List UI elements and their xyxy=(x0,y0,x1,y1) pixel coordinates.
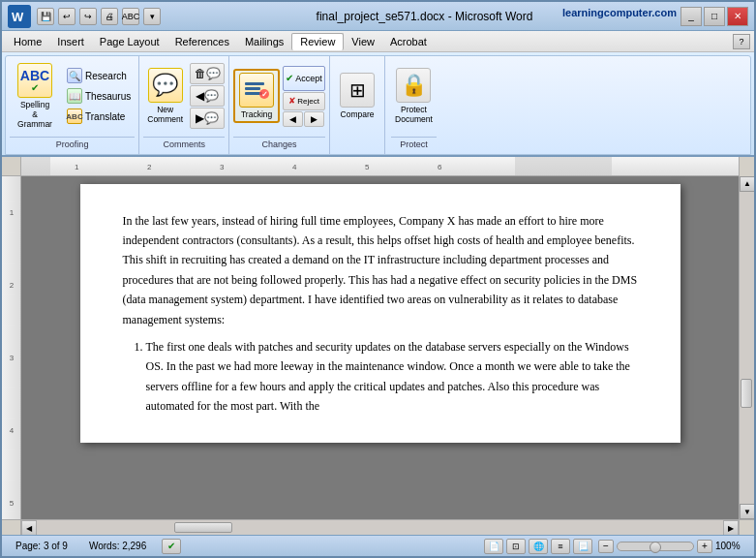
new-comment-button[interactable]: 💬 NewComment xyxy=(143,66,187,126)
quick-access-toolbar: 💾 ↩ ↪ 🖨 ABC ▾ xyxy=(37,8,161,25)
accept-button[interactable]: ✔ Accept xyxy=(283,66,325,91)
scroll-track-v[interactable] xyxy=(740,192,754,504)
reject-button[interactable]: ✘ Reject xyxy=(283,92,325,110)
svg-text:✓: ✓ xyxy=(261,90,268,99)
scroll-down-button[interactable]: ▼ xyxy=(740,504,754,519)
svg-text:3: 3 xyxy=(220,163,225,171)
help-button[interactable]: ? xyxy=(733,34,750,49)
abc-text: ABC xyxy=(20,69,49,82)
svg-text:2: 2 xyxy=(147,163,152,171)
document-page[interactable]: In the last few years, instead of hiring… xyxy=(80,184,680,444)
svg-text:W: W xyxy=(12,10,24,24)
spelling-grammar-button[interactable]: ABC ✔ Spelling &Grammar xyxy=(10,58,60,135)
web-layout-view-button[interactable]: 🌐 xyxy=(529,539,548,554)
menu-insert[interactable]: Insert xyxy=(49,34,92,49)
tracking-label: Tracking xyxy=(241,109,272,119)
ruler-vertical: 1 2 3 4 5 xyxy=(2,176,21,519)
print-icon[interactable]: 🖨 xyxy=(101,8,118,25)
prev-comment-button[interactable]: ◀💬 xyxy=(190,85,225,107)
translate-button[interactable]: ABC Translate xyxy=(63,107,135,126)
word-count[interactable]: Words: 2,296 xyxy=(83,540,152,552)
reject-icon: ✘ xyxy=(288,96,296,106)
next-comment-button[interactable]: ▶💬 xyxy=(190,108,225,129)
scroll-thumb-v[interactable] xyxy=(741,379,752,408)
protect-group-label: Protect xyxy=(391,137,437,152)
research-icon: 🔍 xyxy=(67,68,82,83)
ruler-row: 1 2 3 4 5 6 xyxy=(2,157,754,176)
scrollbar-horizontal: ◀ ▶ xyxy=(2,519,754,535)
menu-mailings[interactable]: Mailings xyxy=(237,34,291,49)
research-button[interactable]: 🔍 Research xyxy=(63,66,135,85)
ribbon-group-compare: ⊞ Compare xyxy=(330,56,385,154)
ribbon-group-protect: 🔒 ProtectDocument Protect xyxy=(385,56,442,154)
delete-comment-button[interactable]: 🗑💬 xyxy=(190,63,225,84)
zoom-in-button[interactable]: + xyxy=(697,540,712,553)
full-screen-view-button[interactable]: ⊡ xyxy=(506,539,526,554)
reject-label: Reject xyxy=(297,97,319,106)
menu-home[interactable]: Home xyxy=(6,34,49,49)
draft-view-button[interactable]: 📃 xyxy=(573,539,592,554)
app-window: W 💾 ↩ ↪ 🖨 ABC ▾ final_project_se571.docx… xyxy=(0,0,756,558)
thesaurus-icon: 📖 xyxy=(67,88,82,104)
menu-bar: Home Insert Page Layout References Maili… xyxy=(2,31,754,52)
dropdown-arrow[interactable]: ▾ xyxy=(143,8,161,25)
scroll-up-button[interactable]: ▲ xyxy=(740,176,754,192)
scroll-thumb-h[interactable] xyxy=(174,522,232,533)
checkmark-icon: ✔ xyxy=(31,82,39,93)
proofread-status-icon[interactable]: ✔ xyxy=(162,539,181,554)
svg-text:2: 2 xyxy=(10,281,15,290)
ribbon-group-comments: 💬 NewComment 🗑💬 ◀💬 ▶💬 Comments xyxy=(139,56,229,154)
svg-text:3: 3 xyxy=(10,354,15,362)
menu-review[interactable]: Review xyxy=(291,33,344,50)
title-bar: W 💾 ↩ ↪ 🖨 ABC ▾ final_project_se571.docx… xyxy=(2,2,754,31)
tracking-button[interactable]: ✓ Tracking xyxy=(233,69,280,123)
maximize-button[interactable]: □ xyxy=(704,7,725,26)
menu-page-layout[interactable]: Page Layout xyxy=(92,34,167,49)
ruler-horizontal: 1 2 3 4 5 6 xyxy=(21,157,739,176)
outline-view-button[interactable]: ≡ xyxy=(551,539,570,554)
research-label: Research xyxy=(85,71,127,81)
svg-text:5: 5 xyxy=(365,163,370,171)
menu-acrobat[interactable]: Acrobat xyxy=(382,34,435,49)
undo-icon[interactable]: ↩ xyxy=(58,8,76,25)
print-layout-view-button[interactable]: 📄 xyxy=(484,539,503,554)
zoom-thumb[interactable] xyxy=(650,542,661,553)
page-canvas: In the last few years, instead of hiring… xyxy=(21,176,739,519)
ribbon-group-proofing: ABC ✔ Spelling &Grammar 🔍 Research 📖 xyxy=(6,56,139,154)
scroll-right-button[interactable]: ▶ xyxy=(723,520,739,535)
svg-text:4: 4 xyxy=(292,163,297,171)
window-controls: _ □ ✕ xyxy=(680,7,748,26)
redo-icon[interactable]: ↪ xyxy=(79,8,97,25)
protect-icon: 🔒 xyxy=(396,68,431,103)
accept-icon: ✔ xyxy=(286,73,293,83)
comments-label: Comments xyxy=(143,137,225,152)
compare-button[interactable]: ⊞ Compare xyxy=(336,71,378,121)
svg-text:6: 6 xyxy=(438,163,442,171)
zoom-level[interactable]: 100% xyxy=(715,541,746,551)
next-change-button[interactable]: ▶ xyxy=(304,111,324,127)
abc-check-icon[interactable]: ABC xyxy=(122,8,139,25)
status-right: 📄 ⊡ 🌐 ≡ 📃 − + 100% xyxy=(484,539,746,554)
scroll-track-h[interactable] xyxy=(37,520,723,535)
close-button[interactable]: ✕ xyxy=(727,7,748,26)
h-scroll-corner xyxy=(2,520,21,535)
zoom-slider[interactable] xyxy=(617,542,694,551)
ruler-corner xyxy=(2,157,21,176)
protect-document-button[interactable]: 🔒 ProtectDocument xyxy=(391,66,437,126)
prev-change-button[interactable]: ◀ xyxy=(283,111,303,127)
accept-label: Accept xyxy=(295,74,322,83)
page-status[interactable]: Page: 3 of 9 xyxy=(10,540,74,552)
svg-text:1: 1 xyxy=(75,163,79,171)
zoom-out-button[interactable]: − xyxy=(598,540,614,553)
spelling-label: Spelling &Grammar xyxy=(16,100,53,130)
save-icon[interactable]: 💾 xyxy=(37,8,54,25)
scrollbar-vertical: ▲ ▼ xyxy=(739,176,754,519)
menu-references[interactable]: References xyxy=(167,34,237,49)
changes-label: Changes xyxy=(233,137,325,152)
minimize-button[interactable]: _ xyxy=(680,7,702,26)
scroll-left-button[interactable]: ◀ xyxy=(21,520,37,535)
view-buttons: 📄 ⊡ 🌐 ≡ 📃 xyxy=(484,539,592,554)
protect-label: ProtectDocument xyxy=(395,105,433,124)
menu-view[interactable]: View xyxy=(344,34,382,49)
thesaurus-button[interactable]: 📖 Thesaurus xyxy=(63,86,135,106)
